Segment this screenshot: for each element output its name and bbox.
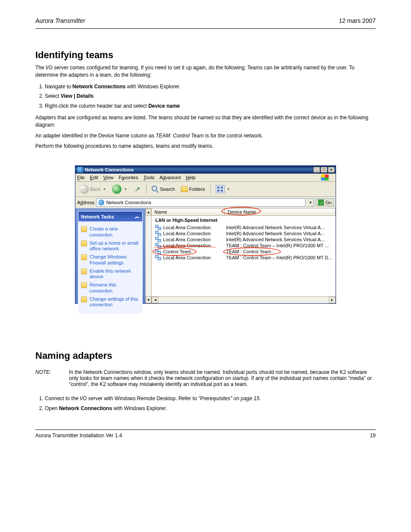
vertical-scrollbar[interactable]: ▲▼ <box>145 208 152 303</box>
titlebar: Network Connections_□× <box>75 166 336 174</box>
network-adapter-icon <box>155 225 161 230</box>
list-area: NameDevice NameLAN or High-Speed Interne… <box>151 208 336 303</box>
network-adapter-icon <box>155 243 161 248</box>
task-item-0[interactable]: Create a new connection <box>81 226 140 238</box>
sidebar: Network Tasks︽Create a new connectionSet… <box>75 208 145 303</box>
chevron-up-icon: ︽ <box>135 213 140 220</box>
naming-step-1: Connect to the I/O server with Windows R… <box>45 395 376 402</box>
column-header-device[interactable]: Device Name <box>225 208 336 215</box>
column-header-name[interactable]: Name <box>152 208 225 215</box>
task-icon <box>81 254 87 260</box>
teams-para-2: Adapters that are configured as teams ar… <box>35 114 376 129</box>
network-connections-icon <box>77 167 83 173</box>
window-body: Network Tasks︽Create a new connectionSet… <box>75 208 336 303</box>
header-rule <box>35 28 376 29</box>
section-title-identifying-teams: Identifying teams <box>35 50 376 61</box>
header-date: 12 mars 2007 <box>339 17 376 24</box>
teams-para-4: Perform the following procedures to name… <box>35 143 376 150</box>
list-row[interactable]: Local Area ConnectionTEAM : Control Team… <box>152 243 336 249</box>
search-icon <box>152 186 159 193</box>
footer-rule <box>35 429 376 430</box>
menu-view[interactable]: View <box>103 175 114 180</box>
minimize-button[interactable]: _ <box>313 167 320 173</box>
menu-file[interactable]: File <box>77 175 85 180</box>
search-button[interactable]: Search <box>149 184 177 194</box>
close-button[interactable]: × <box>328 167 335 173</box>
teams-step-2: Select View | Details <box>45 93 376 100</box>
go-arrow-icon: → <box>318 199 324 205</box>
section-title-naming-adapters: Naming adapters <box>35 350 376 361</box>
task-icon <box>81 282 87 288</box>
task-item-4[interactable]: Rename this connection <box>81 282 140 294</box>
note-label: NOTE: <box>35 369 61 387</box>
list-row[interactable]: Local Area ConnectionTEAM : Control Team… <box>152 255 336 261</box>
task-item-2[interactable]: Change Windows Firewall settings <box>81 254 140 266</box>
list-body: LAN or High-Speed InternetLocal Area Con… <box>152 216 336 296</box>
up-button[interactable]: ↗ <box>131 184 143 194</box>
network-tasks-panel: Network Tasks︽Create a new connectionSet… <box>78 211 143 314</box>
teams-para-3: An adapter identified in the Device Name… <box>35 132 376 140</box>
footer-doc-title: Aurora Transmitter Installation Ver 1.4 <box>35 432 122 439</box>
network-adapter-icon <box>155 231 161 236</box>
window-title: Network Connections <box>85 167 134 172</box>
views-button[interactable]: ▼ <box>214 184 232 194</box>
back-button[interactable]: ←Back▼ <box>77 183 108 195</box>
menubar: FileEditViewFavoritesToolsAdvancedHelp <box>75 174 336 182</box>
note-text: In the Network Connections window, only … <box>69 369 376 387</box>
page-number: 19 <box>370 432 376 439</box>
folders-button[interactable]: Folders <box>179 185 207 193</box>
network-adapter-icon <box>155 255 161 260</box>
naming-step-2: Open Network Connections with Windows Ex… <box>45 405 376 412</box>
addressbar: AddressNetwork Connections▼→Go <box>75 197 336 208</box>
menu-advanced[interactable]: Advanced <box>159 175 181 180</box>
list-row[interactable]: Local Area ConnectionIntel(R) Advanced N… <box>152 224 336 230</box>
teams-step-1: Navigate to Network Connections with Win… <box>45 83 376 90</box>
windows-flag-icon <box>321 174 329 180</box>
list-row[interactable]: Control TeamTEAM : Control Team <box>152 249 336 255</box>
globe-icon <box>98 199 104 205</box>
naming-steps: Connect to the I/O server with Windows R… <box>45 395 376 412</box>
menu-edit[interactable]: Edit <box>90 175 98 180</box>
column-headers: NameDevice Name <box>152 208 336 216</box>
views-icon <box>216 185 224 193</box>
folder-icon <box>181 186 188 192</box>
task-icon <box>81 240 87 246</box>
note-block: NOTE: In the Network Connections window,… <box>35 369 376 387</box>
task-item-5[interactable]: Change settings of this connection <box>81 296 140 308</box>
teams-step-3: Right-click the column header bar and se… <box>45 103 376 110</box>
maximize-button[interactable]: □ <box>321 167 327 173</box>
forward-button[interactable]: →▼ <box>110 183 129 195</box>
address-dropdown[interactable]: ▼ <box>307 198 314 207</box>
list-section-title: LAN or High-Speed Internet <box>152 216 336 224</box>
task-item-3[interactable]: Enable this network device <box>81 268 140 280</box>
list-row[interactable]: Local Area ConnectionIntel(R) Advanced N… <box>152 230 336 236</box>
network-adapter-icon <box>155 249 161 254</box>
menu-favorites[interactable]: Favorites <box>118 175 138 180</box>
network-tasks-header[interactable]: Network Tasks︽ <box>78 212 142 221</box>
header-doc-title: Aurora Transmitter <box>35 17 85 24</box>
go-button[interactable]: →Go <box>316 199 334 206</box>
network-adapter-icon <box>155 237 161 242</box>
menu-help[interactable]: Help <box>186 175 196 180</box>
task-item-1[interactable]: Set up a home or small office network <box>81 240 140 252</box>
toolbar: ←Back▼→▼↗SearchFolders▼ <box>75 182 336 197</box>
task-icon <box>81 268 87 274</box>
horizontal-scrollbar[interactable]: ◄► <box>152 296 336 303</box>
address-input[interactable]: Network Connections <box>96 198 305 207</box>
menu-tools[interactable]: Tools <box>143 175 155 180</box>
teams-steps: Navigate to Network Connections with Win… <box>45 83 376 110</box>
teams-intro: The I/O server comes configured for team… <box>35 64 376 79</box>
task-icon <box>81 226 87 232</box>
address-label: Address <box>77 200 94 205</box>
list-row[interactable]: Local Area ConnectionIntel(R) Advanced N… <box>152 236 336 243</box>
network-connections-window: Network Connections_□×FileEditViewFavori… <box>75 165 336 304</box>
task-icon <box>81 296 87 302</box>
